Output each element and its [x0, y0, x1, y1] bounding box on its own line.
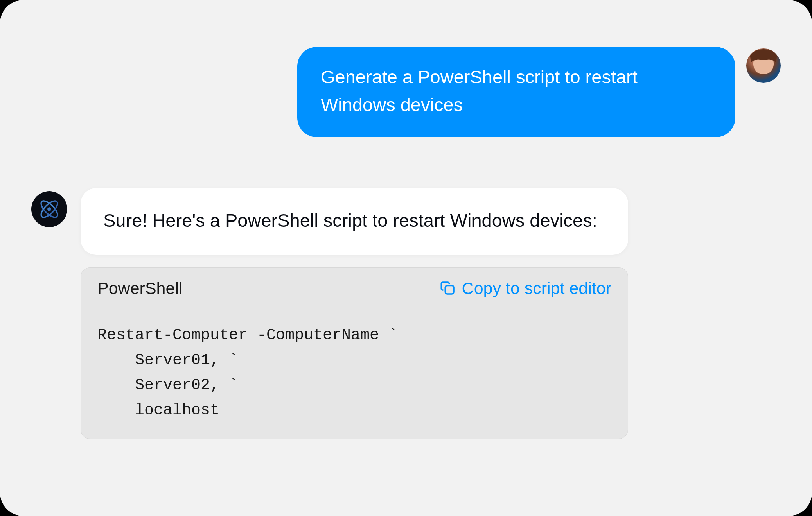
messages-list: Generate a PowerShell script to restart … — [31, 31, 781, 439]
code-header: PowerShell Copy to script editor — [81, 268, 628, 310]
user-message-text: Generate a PowerShell script to restart … — [321, 66, 638, 115]
bot-avatar[interactable] — [31, 191, 67, 227]
code-block: PowerShell Copy to script editor Restart… — [81, 267, 628, 439]
copy-to-script-editor-button[interactable]: Copy to script editor — [440, 279, 611, 298]
bot-message-bubble: Sure! Here's a PowerShell script to rest… — [81, 188, 628, 255]
code-language-label: PowerShell — [97, 279, 183, 298]
bot-message-text: Sure! Here's a PowerShell script to rest… — [103, 210, 597, 231]
code-body[interactable]: Restart-Computer -ComputerName ` Server0… — [81, 310, 628, 439]
bot-content: Sure! Here's a PowerShell script to rest… — [81, 188, 628, 439]
user-message-row: Generate a PowerShell script to restart … — [31, 47, 781, 137]
svg-point-2 — [47, 207, 51, 211]
copy-button-label: Copy to script editor — [462, 279, 611, 298]
bot-message-row: Sure! Here's a PowerShell script to rest… — [31, 188, 781, 439]
atom-icon — [37, 197, 61, 221]
svg-rect-3 — [445, 285, 454, 294]
chat-panel: Generate a PowerShell script to restart … — [0, 0, 812, 516]
user-message-bubble: Generate a PowerShell script to restart … — [297, 47, 735, 137]
copy-icon — [440, 280, 456, 296]
user-avatar[interactable] — [746, 48, 781, 83]
